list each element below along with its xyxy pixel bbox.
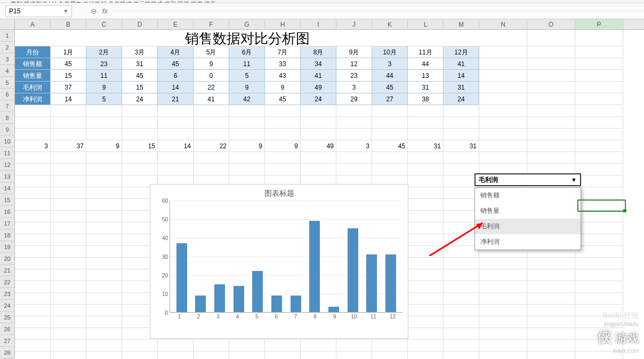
cell[interactable] — [15, 175, 51, 187]
data-cell[interactable]: 15 — [51, 70, 86, 82]
row-header-15[interactable]: 15 — [0, 194, 15, 206]
data-cell[interactable]: 9 — [194, 58, 229, 70]
row-label[interactable]: 月份 — [15, 46, 51, 58]
data-cell[interactable]: 41 — [444, 58, 479, 70]
cell[interactable] — [372, 352, 408, 359]
cell[interactable] — [229, 352, 265, 359]
cell[interactable] — [479, 117, 527, 129]
data-cell[interactable]: 24 — [444, 93, 479, 105]
cell[interactable] — [479, 316, 527, 328]
cell[interactable] — [527, 305, 575, 316]
cell[interactable] — [122, 164, 158, 175]
cell[interactable] — [408, 187, 444, 199]
cell[interactable] — [408, 152, 444, 164]
data-cell[interactable]: 3 — [336, 82, 372, 93]
data-cell[interactable]: 34 — [301, 58, 336, 70]
chart-bar[interactable] — [271, 296, 282, 313]
month-header[interactable]: 7月 — [265, 46, 301, 58]
col-header-M[interactable]: M — [444, 19, 479, 29]
cell[interactable] — [527, 328, 575, 340]
data-cell[interactable]: 33 — [265, 58, 301, 70]
cell[interactable] — [408, 175, 444, 187]
chart-bar[interactable] — [214, 284, 225, 313]
cell[interactable] — [444, 316, 479, 328]
cell[interactable] — [15, 105, 51, 117]
cell[interactable] — [408, 328, 444, 340]
cell[interactable] — [86, 211, 122, 222]
cell[interactable] — [527, 93, 575, 105]
row-header-11[interactable]: 11 — [0, 147, 15, 159]
cell[interactable] — [575, 234, 623, 246]
cell[interactable] — [479, 58, 527, 70]
cell[interactable] — [479, 305, 527, 316]
cell[interactable] — [229, 152, 265, 164]
cell[interactable] — [51, 352, 86, 359]
data-cell[interactable]: 45 — [265, 93, 301, 105]
cell[interactable] — [444, 129, 479, 140]
cell[interactable] — [15, 199, 51, 211]
cell[interactable] — [122, 117, 158, 129]
chart-bar[interactable] — [385, 254, 396, 313]
data-cell[interactable]: 9 — [229, 82, 265, 93]
cell[interactable] — [444, 199, 479, 211]
cell[interactable] — [527, 258, 575, 269]
cell[interactable] — [527, 105, 575, 117]
cell[interactable] — [527, 152, 575, 164]
cell[interactable] — [51, 316, 86, 328]
cell[interactable] — [479, 293, 527, 305]
row-header-21[interactable]: 21 — [0, 265, 15, 276]
cell[interactable] — [408, 164, 444, 175]
cell[interactable] — [15, 316, 51, 328]
cell[interactable] — [372, 340, 408, 352]
data-cell[interactable]: 45 — [51, 58, 86, 70]
cell[interactable] — [15, 246, 51, 258]
data-cell[interactable]: 11 — [86, 70, 122, 82]
cell[interactable] — [372, 164, 408, 175]
cell[interactable] — [86, 328, 122, 340]
data-cell[interactable]: 13 — [408, 70, 444, 82]
month-header[interactable]: 10月 — [372, 46, 408, 58]
data-cell[interactable]: 31 — [122, 58, 158, 70]
data-cell[interactable]: 9 — [86, 82, 122, 93]
cell[interactable] — [408, 293, 444, 305]
row-label[interactable]: 销售量 — [15, 70, 51, 82]
chart-bar[interactable] — [366, 254, 377, 313]
row-header-24[interactable]: 24 — [0, 300, 15, 312]
cell[interactable] — [575, 305, 623, 316]
cell[interactable] — [51, 222, 86, 234]
cell[interactable] — [444, 269, 479, 281]
cell[interactable] — [51, 258, 86, 269]
row-header-28[interactable]: 28 — [0, 347, 15, 358]
cell[interactable] — [527, 352, 575, 359]
data-cell[interactable]: 21 — [158, 93, 194, 105]
cell[interactable] — [301, 117, 336, 129]
cell[interactable] — [444, 211, 479, 222]
cell[interactable] — [86, 117, 122, 129]
data-cell[interactable]: 31 — [444, 82, 479, 93]
cell[interactable] — [408, 246, 444, 258]
data-cell[interactable]: 27 — [372, 93, 408, 105]
cell[interactable] — [15, 340, 51, 352]
data-cell[interactable]: 45 — [372, 140, 408, 152]
cell[interactable] — [444, 258, 479, 269]
cell[interactable] — [265, 164, 301, 175]
data-cell[interactable]: 43 — [265, 70, 301, 82]
cell[interactable] — [301, 105, 336, 117]
series-dropdown[interactable]: 毛利润 ▼ 销售额销售量毛利润净利润 — [474, 173, 581, 250]
cell[interactable] — [527, 129, 575, 140]
data-cell[interactable]: 37 — [51, 140, 86, 152]
month-header[interactable]: 1月 — [51, 46, 86, 58]
cell[interactable] — [51, 293, 86, 305]
data-cell[interactable]: 9 — [86, 140, 122, 152]
dropdown-selected[interactable]: 毛利润 ▼ — [474, 173, 581, 186]
col-header-G[interactable]: G — [229, 19, 265, 29]
cell[interactable] — [86, 199, 122, 211]
cell[interactable] — [444, 117, 479, 129]
cell[interactable] — [372, 105, 408, 117]
row-header-23[interactable]: 23 — [0, 288, 15, 300]
data-cell[interactable]: 37 — [51, 82, 86, 93]
cell[interactable] — [444, 293, 479, 305]
cell[interactable] — [527, 82, 575, 93]
cell[interactable] — [51, 305, 86, 316]
cell[interactable] — [158, 352, 194, 359]
